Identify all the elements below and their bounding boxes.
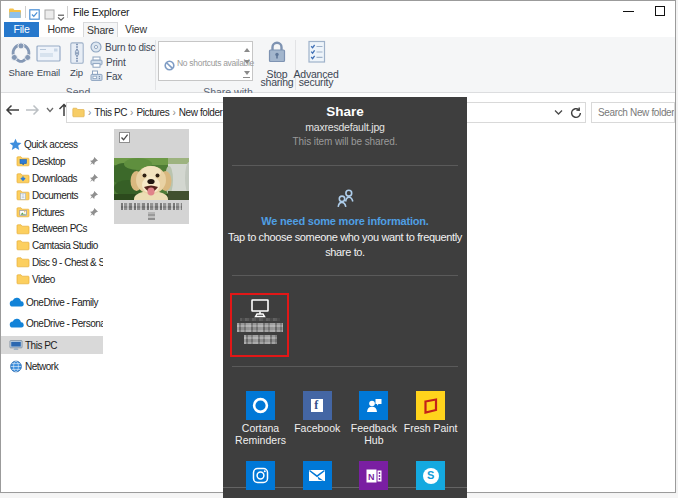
window-title: File Explorer bbox=[73, 6, 129, 18]
breadcrumb-pictures[interactable]: Pictures bbox=[136, 107, 169, 118]
advanced-security-button[interactable]: Advanced security bbox=[297, 40, 335, 69]
fax-icon bbox=[90, 71, 106, 82]
pin-icon bbox=[89, 190, 99, 202]
tab-file[interactable]: File bbox=[4, 22, 39, 37]
sidebar-item-documents[interactable]: Documents bbox=[1, 186, 103, 204]
app-tile-skype[interactable]: S bbox=[416, 461, 445, 490]
app-label-facebook: Facebook bbox=[289, 423, 345, 435]
print-button[interactable]: Print bbox=[90, 56, 126, 70]
sidebar-item-network[interactable]: Network bbox=[1, 358, 103, 376]
maximize-button[interactable] bbox=[645, 1, 675, 22]
sidebar-item-this-pc[interactable]: This PC bbox=[1, 336, 103, 354]
scroll-more-icon[interactable] bbox=[244, 71, 250, 75]
sidebar-item-onedrive-personal[interactable]: OneDrive - Personal bbox=[1, 315, 103, 333]
qat-separator bbox=[25, 6, 26, 18]
app-label-line: Hub bbox=[346, 435, 402, 447]
stop-sharing-button[interactable]: Stop sharing bbox=[259, 40, 295, 69]
app-label-line: Reminders bbox=[233, 435, 289, 447]
explorer-folder-icon bbox=[8, 5, 22, 23]
svg-text:N: N bbox=[368, 471, 375, 481]
app-tile-facebook[interactable]: f bbox=[303, 391, 332, 420]
file-item[interactable] bbox=[114, 129, 189, 224]
sidebar-item-label: Documents bbox=[32, 190, 78, 201]
app-tile-cortana-reminders[interactable] bbox=[246, 391, 275, 420]
app-tile-fresh-paint[interactable] bbox=[416, 391, 445, 420]
forward-icon[interactable] bbox=[25, 93, 40, 127]
address-dropdown-chevron-icon[interactable] bbox=[554, 109, 563, 116]
sidebar-item-disc-9-chest-sho[interactable]: Disc 9 - Chest & Sho bbox=[1, 253, 103, 271]
refresh-icon[interactable] bbox=[570, 107, 582, 119]
scroll-more-underline bbox=[243, 77, 250, 78]
cortana-icon bbox=[251, 396, 270, 415]
ribbon-tab-row: File Home Share View bbox=[1, 22, 675, 37]
fax-button[interactable]: Fax bbox=[90, 70, 122, 84]
burn-to-disc-button[interactable]: Burn to disc bbox=[90, 41, 155, 55]
pin-icon bbox=[89, 156, 99, 168]
app-tile-onenote[interactable]: N bbox=[359, 461, 388, 490]
advanced-security-label-2: security bbox=[293, 78, 339, 86]
navigation-pane: Quick accessDesktopDownloadsDocumentsPic… bbox=[1, 127, 104, 492]
app-label-cortana-reminders: CortanaReminders bbox=[233, 423, 289, 446]
zip-icon bbox=[68, 42, 86, 69]
sidebar-item-label: Disc 9 - Chest & Sho bbox=[32, 257, 103, 268]
folder-icon bbox=[16, 239, 30, 251]
facebook-icon: f bbox=[311, 399, 324, 412]
panel-divider-3 bbox=[232, 366, 458, 367]
breadcrumb-new-folder[interactable]: New folder bbox=[179, 107, 223, 118]
sidebar-item-between-pcs[interactable]: Between PCs bbox=[1, 220, 103, 238]
recent-locations-chevron-icon[interactable] bbox=[46, 93, 54, 127]
tab-view[interactable]: View bbox=[118, 22, 154, 37]
print-label: Print bbox=[106, 57, 126, 68]
qat-separator-2 bbox=[67, 6, 68, 18]
scroll-down-icon[interactable] bbox=[244, 60, 250, 64]
pin-icon bbox=[89, 207, 99, 219]
minimize-button[interactable] bbox=[613, 1, 643, 22]
sidebar-item-pictures[interactable]: Pictures bbox=[1, 203, 103, 221]
scroll-up-icon[interactable] bbox=[244, 48, 250, 52]
mail-icon bbox=[308, 469, 326, 482]
sidebar-item-downloads[interactable]: Downloads bbox=[1, 169, 103, 187]
panel-divider-1 bbox=[232, 165, 458, 166]
pin-icon bbox=[89, 173, 99, 185]
share-panel-title: Share bbox=[223, 104, 467, 119]
feedback-hub-icon bbox=[365, 397, 383, 415]
breadcrumb-folder-icon bbox=[72, 107, 85, 118]
folder-desktop-icon bbox=[16, 155, 30, 167]
app-tile-mail[interactable] bbox=[303, 461, 332, 490]
breadcrumb-chevron: › bbox=[127, 107, 136, 118]
sidebar-item-video[interactable]: Video bbox=[1, 270, 103, 288]
back-icon[interactable] bbox=[5, 93, 20, 127]
search-input[interactable]: Search New folder bbox=[591, 102, 675, 123]
print-icon bbox=[90, 57, 106, 68]
file-name-blurred bbox=[121, 203, 182, 210]
sidebar-item-label: Camtasia Studio bbox=[32, 240, 98, 251]
fax-label: Fax bbox=[106, 71, 122, 82]
sidebar-item-onedrive-family[interactable]: OneDrive - Family bbox=[1, 293, 103, 311]
info-heading: We need some more information. bbox=[223, 215, 467, 227]
ribbon-separator bbox=[155, 40, 156, 90]
sidebar-item-label: Between PCs bbox=[32, 223, 87, 234]
sidebar-item-label: OneDrive - Personal bbox=[26, 318, 103, 329]
sidebar-item-camtasia-studio[interactable]: Camtasia Studio bbox=[1, 236, 103, 254]
onedrive-cloud-icon bbox=[9, 297, 24, 308]
file-item-checkbox[interactable] bbox=[119, 132, 130, 143]
screenshot: File Explorer File Home Share View Share bbox=[0, 0, 678, 498]
no-shortcuts-text: No shortcuts available bbox=[177, 58, 254, 68]
folder-icon bbox=[16, 273, 30, 285]
info-body: Tap to choose someone who you want to fr… bbox=[225, 230, 465, 259]
email-icon bbox=[36, 45, 61, 66]
sidebar-item-quick-access[interactable]: Quick access bbox=[1, 135, 103, 153]
sidebar-item-label: This PC bbox=[25, 340, 57, 351]
app-label-fresh-paint: Fresh Paint bbox=[403, 423, 459, 435]
app-tile-instagram[interactable] bbox=[246, 461, 275, 490]
burn-to-disc-label: Burn to disc bbox=[105, 42, 155, 53]
app-tile-feedback-hub[interactable] bbox=[359, 391, 388, 420]
tab-home[interactable]: Home bbox=[39, 22, 83, 37]
sidebar-item-label: Network bbox=[25, 361, 58, 372]
file-thumbnail-dog-photo bbox=[114, 158, 189, 200]
tab-share[interactable]: Share bbox=[83, 22, 118, 37]
share-with-listbox[interactable]: No shortcuts available bbox=[158, 41, 253, 81]
breadcrumb-this-pc[interactable]: This PC bbox=[94, 107, 127, 118]
sidebar-item-desktop[interactable]: Desktop bbox=[1, 152, 103, 170]
panel-divider-2 bbox=[232, 275, 458, 276]
